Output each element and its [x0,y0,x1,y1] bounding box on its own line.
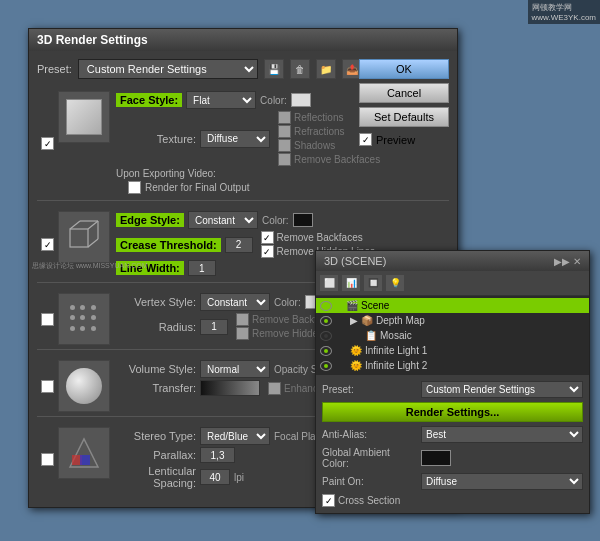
enhance-cb[interactable] [268,382,281,395]
reflections-cb[interactable] [278,111,291,124]
scene-toolbar: ⬜ 📊 🔲 💡 [316,271,589,296]
vertex-thumbnail [58,293,110,345]
remove-hidden-cb[interactable]: ✓ [261,245,274,258]
paint-on-select[interactable]: Diffuse [421,473,583,490]
anti-alias-select[interactable]: Best [421,426,583,443]
crease-input[interactable] [225,237,253,253]
edge-style-label: Edge Style: [116,213,184,227]
parallax-input[interactable] [200,447,235,463]
face-checkbox[interactable]: ✓ [41,137,54,150]
scene-preset-select[interactable]: Custom Render Settings [421,381,583,398]
tree-item-light2[interactable]: 🌞 Infinite Light 2 [316,358,589,373]
stereo-checkbox[interactable] [41,453,54,466]
radius-label: Radius: [116,321,196,333]
edge-checkbox[interactable]: ✓ [41,238,54,251]
volume-thumbnail [58,360,110,412]
eye-icon-light2[interactable] [320,361,332,371]
anti-alias-row: Anti-Alias: Best [322,426,583,443]
vertex-remove-cb[interactable] [236,313,249,326]
svg-rect-0 [70,229,88,247]
vertex-hidden-cb[interactable] [236,327,249,340]
ambient-color-label: Global Ambient Color: [322,447,417,469]
cross-section-checkbox[interactable]: ✓ [322,494,335,507]
texture-label: Texture: [116,133,196,145]
edge-color-label: Color: [262,215,289,226]
vertex-color-label: Color: [274,297,301,308]
refractions-cb[interactable] [278,125,291,138]
face-style-select[interactable]: Flat [186,91,256,109]
vertex-style-select[interactable]: Constant [200,293,270,311]
cancel-button[interactable]: Cancel [359,83,449,103]
scene-preset-label: Preset: [322,384,417,395]
preview-checkbox[interactable]: ✓ [359,133,372,146]
preset-label: Preset: [37,63,72,75]
line-width-input[interactable] [188,260,216,276]
volume-style-label-text: Volume Style: [116,363,196,375]
stereo-type-label: Stereo Type: [116,430,196,442]
eye-icon-scene[interactable] [320,301,332,311]
face-color-label: Color: [260,95,287,106]
dialog-title: 3D Render Settings [29,29,457,51]
right-buttons: OK Cancel Set Defaults ✓ Preview [359,59,449,146]
ambient-color-box[interactable] [421,450,451,466]
eye-icon-mosaic[interactable] [320,331,332,341]
scene-tool-2[interactable]: 📊 [341,274,361,292]
eye-icon-light1[interactable] [320,346,332,356]
vertex-style-label-text: Vertex Style: [116,296,196,308]
upon-label: Upon Exporting Video: [116,168,216,179]
delete-icon[interactable]: 🗑 [290,59,310,79]
render-output-cb[interactable] [128,181,141,194]
radius-input[interactable] [200,319,228,335]
defaults-button[interactable]: Set Defaults [359,107,449,127]
transfer-gradient[interactable] [200,380,260,396]
remove-backfaces-edge-cb[interactable]: ✓ [261,231,274,244]
scene-tool-3[interactable]: 🔲 [363,274,383,292]
preview-label: Preview [376,134,415,146]
stereo-type-select[interactable]: Red/Blue [200,427,270,445]
render-output-label: Render for Final Output [145,182,250,193]
render-settings-button[interactable]: Render Settings... [322,402,583,422]
remove-backfaces-cb[interactable] [278,153,291,166]
edge-thumbnail [58,211,110,263]
stereo-thumbnail [58,427,110,479]
ambient-color-row: Global Ambient Color: [322,447,583,469]
lpi-label: lpi [234,472,244,483]
cross-section-label: Cross Section [338,495,400,506]
volume-style-select[interactable]: Normal [200,360,270,378]
eye-icon-depth[interactable] [320,316,332,326]
parallax-label: Parallax: [116,449,196,461]
vertex-checkbox[interactable] [41,313,54,326]
scene-tool-1[interactable]: ⬜ [319,274,339,292]
folder-icon[interactable]: 📁 [316,59,336,79]
tree-item-light1[interactable]: 🌞 Infinite Light 1 [316,343,589,358]
tree-item-mosaic[interactable]: 📋 Mosaic [316,328,589,343]
svg-line-3 [88,239,98,247]
preset-select[interactable]: Custom Render Settings [78,59,258,79]
scene-title: 3D (SCENE) ▶▶ ✕ [316,251,589,271]
save-icon[interactable]: 💾 [264,59,284,79]
lenticular-label: Lenticular Spacing: [116,465,196,489]
watermark: 网顿教学网 www.WE3YK.com [528,0,600,24]
scene-bottom: Preset: Custom Render Settings Render Se… [316,375,589,513]
tree-item-depthmap[interactable]: ▶ 📦 Depth Map [316,313,589,328]
secondary-watermark: 思缘设计论坛 www.MISSYUAN.COM [32,261,148,271]
edge-style-select[interactable]: Constant [188,211,258,229]
face-style-label: Face Style: [116,93,182,107]
lenticular-input[interactable] [200,469,230,485]
svg-line-2 [88,221,98,229]
ok-button[interactable]: OK [359,59,449,79]
svg-rect-8 [80,455,90,465]
edge-color-box[interactable] [293,213,313,227]
cross-section-row: ✓ Cross Section [322,494,583,507]
scene-panel: 3D (SCENE) ▶▶ ✕ ⬜ 📊 🔲 💡 🎬 Scene ▶ 📦 Dept… [315,250,590,514]
scene-tool-4[interactable]: 💡 [385,274,405,292]
texture-select[interactable]: Diffuse [200,130,270,148]
anti-alias-label: Anti-Alias: [322,429,417,440]
face-color-box[interactable] [291,93,311,107]
shadows-cb[interactable] [278,139,291,152]
tree-item-scene[interactable]: 🎬 Scene [316,298,589,313]
volume-checkbox[interactable] [41,380,54,393]
paint-on-row: Paint On: Diffuse [322,473,583,490]
crease-label: Crease Threshold: [116,238,221,252]
scene-tree: 🎬 Scene ▶ 📦 Depth Map 📋 Mosaic 🌞 Infinit… [316,296,589,375]
